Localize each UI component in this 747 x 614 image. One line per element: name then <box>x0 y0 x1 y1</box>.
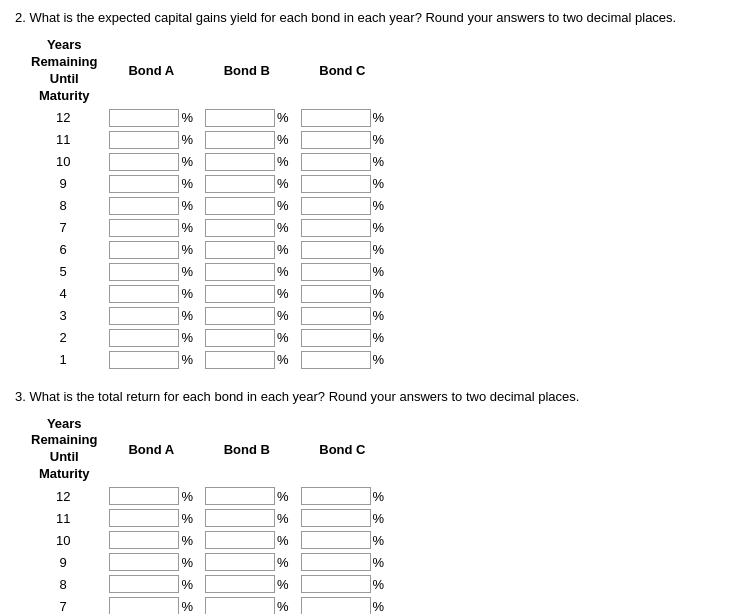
bond-a-cell: % <box>103 349 199 371</box>
bond-a-cell: % <box>103 595 199 614</box>
bond-a-input-year-12[interactable] <box>109 487 179 505</box>
year-cell: 10 <box>25 151 103 173</box>
bond-a-input-year-10[interactable] <box>109 153 179 171</box>
percent-sign: % <box>373 599 385 614</box>
bond-a-cell: % <box>103 551 199 573</box>
percent-sign: % <box>277 489 289 504</box>
bond-b-input-year-10[interactable] <box>205 153 275 171</box>
bond-c-input-year-8[interactable] <box>301 197 371 215</box>
bond-c-input-year-10[interactable] <box>301 531 371 549</box>
q2-bond-a-header: Bond A <box>103 35 199 107</box>
bond-c-input-year-5[interactable] <box>301 263 371 281</box>
bond-a-input-year-2[interactable] <box>109 329 179 347</box>
bond-b-input-year-1[interactable] <box>205 351 275 369</box>
bond-b-input-year-2[interactable] <box>205 329 275 347</box>
bond-a-input-year-11[interactable] <box>109 509 179 527</box>
bond-c-input-year-11[interactable] <box>301 131 371 149</box>
percent-sign: % <box>277 511 289 526</box>
bond-c-input-year-9[interactable] <box>301 175 371 193</box>
bond-a-input-year-8[interactable] <box>109 197 179 215</box>
bond-a-cell: % <box>103 239 199 261</box>
bond-b-cell: % <box>199 573 295 595</box>
bond-c-input-year-12[interactable] <box>301 109 371 127</box>
year-cell: 10 <box>25 529 103 551</box>
percent-sign: % <box>181 242 193 257</box>
bond-a-input-year-5[interactable] <box>109 263 179 281</box>
percent-sign: % <box>373 511 385 526</box>
bond-b-input-year-8[interactable] <box>205 197 275 215</box>
percent-sign: % <box>181 286 193 301</box>
bond-a-input-year-4[interactable] <box>109 285 179 303</box>
bond-a-input-year-6[interactable] <box>109 241 179 259</box>
bond-b-input-year-4[interactable] <box>205 285 275 303</box>
bond-b-input-year-7[interactable] <box>205 597 275 614</box>
bond-b-input-year-9[interactable] <box>205 553 275 571</box>
percent-sign: % <box>181 220 193 235</box>
bond-c-input-year-9[interactable] <box>301 553 371 571</box>
bond-b-cell: % <box>199 107 295 129</box>
bond-c-cell: % <box>295 283 391 305</box>
bond-c-cell: % <box>295 129 391 151</box>
bond-b-cell: % <box>199 485 295 507</box>
bond-a-input-year-3[interactable] <box>109 307 179 325</box>
q3-years-header: YearsRemainingUntilMaturity <box>25 414 103 486</box>
percent-sign: % <box>277 555 289 570</box>
bond-c-cell: % <box>295 151 391 173</box>
bond-b-input-year-7[interactable] <box>205 219 275 237</box>
bond-b-input-year-8[interactable] <box>205 575 275 593</box>
bond-b-input-year-11[interactable] <box>205 131 275 149</box>
bond-c-input-year-6[interactable] <box>301 241 371 259</box>
bond-c-input-year-7[interactable] <box>301 219 371 237</box>
table-row: 12%%% <box>25 485 390 507</box>
bond-b-cell: % <box>199 195 295 217</box>
table-row: 10%%% <box>25 151 390 173</box>
bond-b-input-year-6[interactable] <box>205 241 275 259</box>
bond-c-cell: % <box>295 485 391 507</box>
bond-a-input-year-8[interactable] <box>109 575 179 593</box>
bond-c-cell: % <box>295 173 391 195</box>
q3-bond-a-header: Bond A <box>103 414 199 486</box>
bond-a-input-year-7[interactable] <box>109 597 179 614</box>
bond-c-input-year-10[interactable] <box>301 153 371 171</box>
table-row: 1%%% <box>25 349 390 371</box>
bond-c-input-year-12[interactable] <box>301 487 371 505</box>
bond-c-input-year-3[interactable] <box>301 307 371 325</box>
year-cell: 7 <box>25 217 103 239</box>
bond-a-cell: % <box>103 283 199 305</box>
bond-c-cell: % <box>295 217 391 239</box>
q2-table-container: YearsRemainingUntilMaturity Bond A Bond … <box>15 35 732 371</box>
bond-b-cell: % <box>199 327 295 349</box>
bond-c-input-year-1[interactable] <box>301 351 371 369</box>
bond-c-input-year-8[interactable] <box>301 575 371 593</box>
table-row: 7%%% <box>25 217 390 239</box>
percent-sign: % <box>373 555 385 570</box>
bond-c-input-year-7[interactable] <box>301 597 371 614</box>
year-cell: 2 <box>25 327 103 349</box>
bond-b-cell: % <box>199 129 295 151</box>
question-2-text: 2. What is the expected capital gains yi… <box>15 10 732 25</box>
bond-b-input-year-3[interactable] <box>205 307 275 325</box>
bond-c-cell: % <box>295 507 391 529</box>
bond-a-input-year-9[interactable] <box>109 553 179 571</box>
bond-a-input-year-9[interactable] <box>109 175 179 193</box>
bond-c-input-year-2[interactable] <box>301 329 371 347</box>
bond-b-input-year-10[interactable] <box>205 531 275 549</box>
year-cell: 1 <box>25 349 103 371</box>
percent-sign: % <box>277 132 289 147</box>
bond-a-input-year-12[interactable] <box>109 109 179 127</box>
bond-b-input-year-11[interactable] <box>205 509 275 527</box>
bond-c-input-year-4[interactable] <box>301 285 371 303</box>
bond-b-input-year-12[interactable] <box>205 109 275 127</box>
bond-b-input-year-12[interactable] <box>205 487 275 505</box>
bond-c-input-year-11[interactable] <box>301 509 371 527</box>
bond-b-input-year-5[interactable] <box>205 263 275 281</box>
bond-a-input-year-10[interactable] <box>109 531 179 549</box>
bond-b-input-year-9[interactable] <box>205 175 275 193</box>
year-cell: 6 <box>25 239 103 261</box>
bond-a-input-year-1[interactable] <box>109 351 179 369</box>
percent-sign: % <box>277 308 289 323</box>
table-row: 7%%% <box>25 595 390 614</box>
bond-a-input-year-7[interactable] <box>109 219 179 237</box>
percent-sign: % <box>181 533 193 548</box>
bond-a-input-year-11[interactable] <box>109 131 179 149</box>
